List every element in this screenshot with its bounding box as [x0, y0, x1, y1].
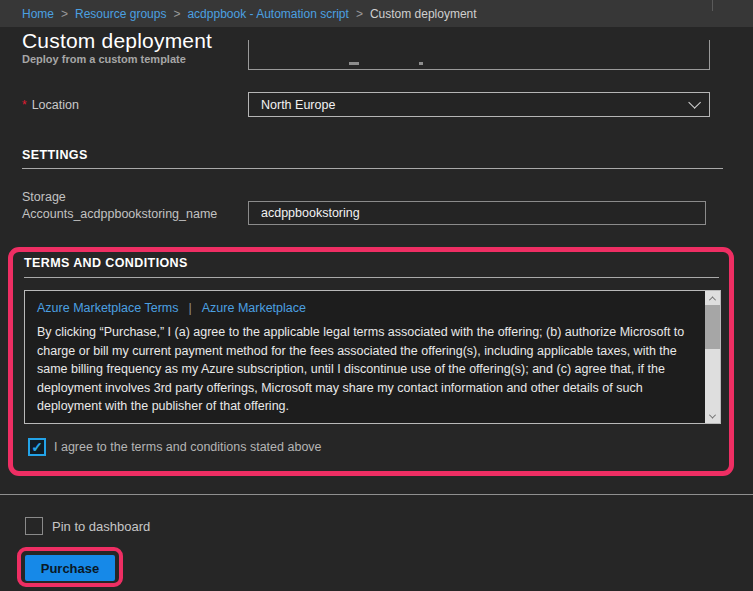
- truncated-text-fragment: [349, 62, 359, 65]
- storage-label-line1: Storage: [22, 189, 217, 206]
- breadcrumb-automation-script-link[interactable]: acdppbook - Automation script: [187, 7, 348, 21]
- agree-terms-row: ✓ I agree to the terms and conditions st…: [28, 438, 322, 456]
- pin-to-dashboard-label: Pin to dashboard: [52, 519, 150, 534]
- pin-to-dashboard-row: Pin to dashboard: [25, 517, 150, 535]
- page-subtitle: Deploy from a custom template: [22, 53, 186, 65]
- terms-scrollbar[interactable]: [705, 291, 720, 423]
- agree-terms-label: I agree to the terms and conditions stat…: [54, 440, 322, 454]
- checkmark-icon: ✓: [31, 440, 43, 454]
- purchase-button[interactable]: Purchase: [25, 555, 115, 581]
- terms-text-panel: Azure Marketplace Terms | Azure Marketpl…: [24, 290, 721, 424]
- terms-section-title: TERMS AND CONDITIONS: [24, 256, 188, 270]
- pin-to-dashboard-checkbox[interactable]: [25, 517, 43, 535]
- custom-deployment-page: Home > Resource groups > acdppbook - Aut…: [0, 0, 753, 591]
- terms-links-separator: |: [189, 301, 192, 315]
- azure-marketplace-terms-link[interactable]: Azure Marketplace Terms: [37, 301, 179, 315]
- page-title: Custom deployment: [22, 29, 212, 53]
- scroll-up-icon: [709, 296, 716, 303]
- chevron-down-icon: [688, 96, 701, 109]
- storage-accounts-label: Storage Accounts_acdppbookstoring_name: [22, 189, 217, 223]
- required-asterisk: *: [22, 98, 27, 112]
- location-label-text: Location: [32, 98, 79, 112]
- breadcrumb-resource-groups-link[interactable]: Resource groups: [75, 7, 166, 21]
- location-selected-value: North Europe: [261, 98, 688, 112]
- scrollbar-thumb[interactable]: [705, 305, 720, 349]
- azure-marketplace-link[interactable]: Azure Marketplace: [202, 301, 306, 315]
- terms-legal-text: By clicking “Purchase,” I (a) agree to t…: [37, 323, 692, 416]
- scroll-down-icon: [709, 411, 716, 418]
- terms-links-row: Azure Marketplace Terms | Azure Marketpl…: [37, 301, 306, 315]
- topbar-divider: [712, 0, 713, 11]
- scroll-up-button[interactable]: [705, 291, 720, 305]
- settings-section-divider: [22, 168, 723, 169]
- location-label: *Location: [22, 98, 79, 112]
- breadcrumb-home-link[interactable]: Home: [22, 7, 54, 21]
- storage-label-line2: Accounts_acdppbookstoring_name: [22, 206, 217, 223]
- location-dropdown[interactable]: North Europe: [248, 92, 710, 117]
- breadcrumb-separator: >: [173, 7, 180, 21]
- breadcrumb-separator: >: [356, 7, 363, 21]
- breadcrumb-current-page: Custom deployment: [370, 7, 477, 21]
- breadcrumb: Home > Resource groups > acdppbook - Aut…: [0, 0, 753, 27]
- truncated-text-fragment: [419, 62, 423, 65]
- settings-section-title: SETTINGS: [22, 148, 88, 162]
- breadcrumb-separator: >: [61, 7, 68, 21]
- footer-divider: [0, 494, 753, 495]
- storage-account-name-input[interactable]: [248, 201, 706, 225]
- scroll-down-button[interactable]: [705, 409, 720, 423]
- agree-terms-checkbox[interactable]: ✓: [28, 438, 46, 456]
- truncated-input-field[interactable]: [248, 40, 710, 70]
- terms-section-divider: [24, 277, 719, 278]
